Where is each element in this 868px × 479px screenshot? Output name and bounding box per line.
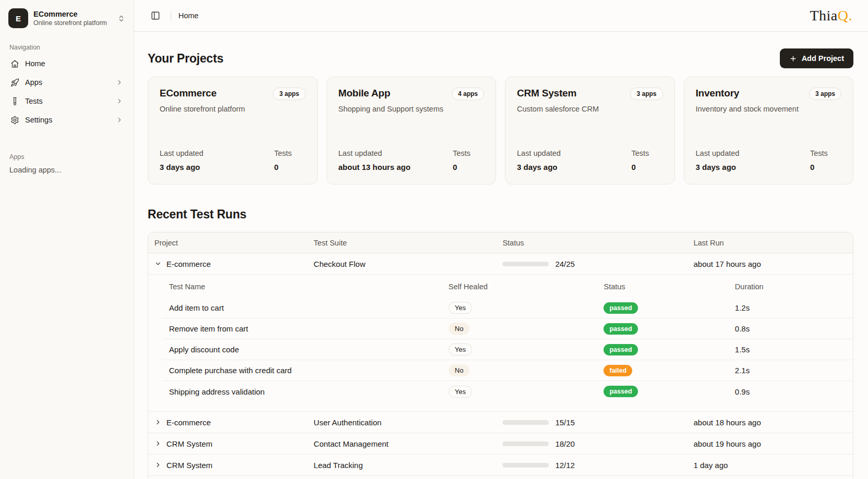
test-name: Shipping address validation [163, 387, 442, 396]
sidebar: E ECommerce Online storefront platform N… [0, 0, 134, 479]
team-name: ECommerce [33, 9, 112, 19]
chevron-right-icon [116, 97, 123, 105]
chevron-right-icon[interactable] [154, 419, 162, 426]
tests-label: Tests [453, 149, 484, 157]
test-run-row[interactable]: E-commerce User Authentication 15/15 abo… [148, 412, 853, 433]
test-name: Apply discount code [163, 345, 442, 354]
last-updated-value: 3 days ago [517, 163, 561, 171]
col-last-run: Last Run [687, 239, 852, 247]
logo-text: Thia [810, 7, 837, 23]
project-card-title: Mobile App [339, 88, 391, 99]
project-card-description: Custom salesforce CRM [517, 104, 626, 115]
status-badge: failed [604, 365, 632, 376]
sidebar-item-home[interactable]: Home [5, 54, 128, 73]
gear-icon [10, 116, 19, 125]
project-card-description: Shopping and Support systems [339, 104, 448, 115]
test-row: Complete purchase with credit card No fa… [163, 360, 853, 381]
run-project-name: E-commerce [166, 418, 211, 427]
test-run-row[interactable]: Analytics Chart Rendering 28/30 1 day ag… [148, 476, 853, 479]
rocket-icon [10, 78, 19, 87]
apps-loading-text: Loading apps... [5, 164, 128, 176]
project-card-title: ECommerce [160, 88, 216, 99]
run-score: 24/25 [555, 260, 575, 268]
table-header-row: Project Test Suite Status Last Run [148, 232, 853, 253]
tests-count: 0 [274, 163, 306, 171]
team-avatar: E [8, 8, 28, 28]
progress-bar [502, 262, 549, 266]
sidebar-item-label: Home [25, 59, 45, 68]
test-run-row[interactable]: E-commerce Checkout Flow 24/25 about 17 … [148, 253, 853, 275]
run-suite-name: Lead Tracking [307, 461, 496, 470]
chevron-right-icon[interactable] [154, 440, 162, 447]
apps-count-badge: 3 apps [273, 88, 305, 100]
sidebar-item-settings[interactable]: Settings [5, 110, 128, 129]
test-duration: 1.2s [729, 303, 853, 312]
topbar: Home ThiaQ. [134, 0, 868, 32]
plus-icon [789, 55, 797, 63]
col-self-healed: Self Healed [442, 283, 598, 291]
test-run-row[interactable]: CRM System Contact Management 18/20 abou… [148, 433, 853, 455]
tests-count: 0 [632, 163, 663, 171]
add-project-button[interactable]: Add Project [780, 48, 853, 68]
project-card-mobile-app[interactable]: Mobile App 4 apps Shopping and Support s… [327, 77, 497, 185]
test-name: Complete purchase with credit card [163, 366, 442, 375]
chevrons-up-down-icon [117, 15, 125, 22]
team-switcher[interactable]: E ECommerce Online storefront platform [5, 5, 128, 31]
col-detail-status: Status [597, 283, 728, 291]
sidebar-toggle-button[interactable] [148, 8, 163, 23]
project-card-description: Inventory and stock movement [696, 104, 805, 115]
status-badge: passed [604, 386, 637, 397]
test-duration: 1.5s [729, 345, 853, 354]
run-suite-name: Contact Management [307, 439, 496, 448]
run-score: 15/15 [555, 418, 575, 427]
tests-count: 0 [810, 163, 841, 171]
test-duration: 0.8s [729, 324, 853, 333]
run-score: 18/20 [555, 439, 575, 448]
test-duration: 0.9s [729, 387, 853, 396]
test-name: Add item to cart [163, 303, 442, 312]
run-score: 12/12 [555, 461, 575, 470]
run-project-name: E-commerce [166, 260, 211, 268]
status-badge: passed [604, 323, 637, 335]
apps-count-badge: 3 apps [630, 88, 662, 100]
apps-count-badge: 4 apps [452, 88, 484, 100]
sidebar-item-label: Tests [25, 97, 43, 105]
chevron-down-icon[interactable] [154, 260, 162, 267]
project-card-crm-system[interactable]: CRM System 3 apps Custom salesforce CRM … [505, 77, 675, 185]
recent-test-runs-title: Recent Test Runs [148, 207, 853, 222]
self-healed-badge: No [449, 364, 470, 376]
sidebar-item-apps[interactable]: Apps [5, 73, 128, 92]
tests-label: Tests [632, 149, 663, 157]
tests-label: Tests [810, 149, 841, 157]
project-card-ecommerce[interactable]: ECommerce 3 apps Online storefront platf… [148, 77, 318, 185]
last-updated-value: 3 days ago [160, 163, 203, 171]
test-row: Add item to cart Yes passed 1.2s [163, 298, 853, 318]
logo-accent: Q. [838, 7, 852, 23]
test-run-row[interactable]: CRM System Lead Tracking 12/12 1 day ago [148, 455, 853, 476]
sidebar-item-tests[interactable]: Tests [5, 92, 128, 110]
test-duration: 2.1s [729, 366, 853, 375]
run-project-name: CRM System [166, 439, 212, 448]
self-healed-badge: Yes [449, 302, 472, 314]
test-row: Apply discount code Yes passed 1.5s [163, 339, 853, 360]
last-updated-value: about 13 hours ago [339, 163, 411, 171]
topbar-divider [171, 11, 171, 20]
self-healed-badge: Yes [449, 343, 472, 355]
project-card-title: CRM System [517, 88, 576, 99]
chevron-right-icon [116, 116, 123, 124]
detail-header-row: Test Name Self Healed Status Duration [163, 276, 853, 298]
breadcrumb[interactable]: Home [178, 11, 199, 20]
last-updated-label: Last updated [160, 149, 203, 157]
run-last-run: 1 day ago [687, 461, 852, 470]
tests-label: Tests [274, 149, 306, 157]
progress-bar [502, 420, 549, 425]
run-suite-name: Checkout Flow [307, 260, 496, 268]
sidebar-item-label: Settings [25, 116, 52, 124]
run-suite-name: User Authentication [307, 418, 496, 427]
project-card-inventory[interactable]: Inventory 3 apps Inventory and stock mov… [684, 77, 854, 185]
chevron-right-icon[interactable] [154, 461, 162, 469]
sidebar-item-label: Apps [25, 78, 42, 87]
progress-bar [502, 441, 549, 446]
last-updated-value: 3 days ago [696, 163, 740, 171]
test-tube-icon [10, 97, 19, 106]
